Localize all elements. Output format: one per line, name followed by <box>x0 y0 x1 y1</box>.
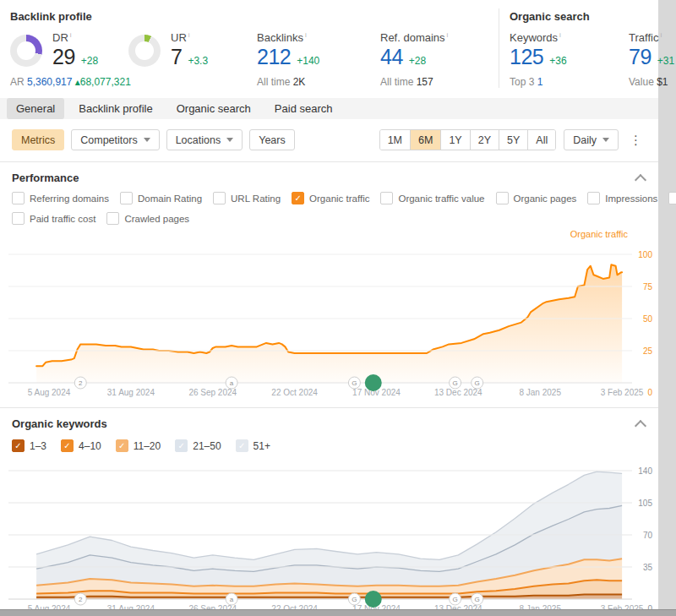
legend-4-10[interactable]: ✓4–10 <box>61 439 101 452</box>
checkbox-organic-traffic[interactable]: ✓Organic traffic <box>292 192 369 204</box>
dr-sub-part[interactable]: 5,360,917 <box>27 76 72 88</box>
timeline-marker-2[interactable]: 2 <box>74 593 86 605</box>
checkbox-organic-pages[interactable]: Organic pages <box>496 192 577 204</box>
timeline-marker-G[interactable]: G <box>348 377 360 389</box>
checkbox-referring-domains[interactable]: Referring domains <box>12 192 109 204</box>
range-1y[interactable]: 1Y <box>440 130 469 150</box>
caret-down-icon <box>226 138 233 142</box>
metric-dr: DRi29+28AR 5,360,917 ▴68,077,321 <box>10 31 128 88</box>
checkbox-label: Domain Rating <box>138 194 202 204</box>
checked-checkbox-icon: ✓ <box>236 439 248 452</box>
info-icon[interactable]: i <box>305 31 307 39</box>
checkbox-domain-rating[interactable]: Domain Rating <box>120 192 202 204</box>
metric-traffic: Traffici79+31Value $1 <box>629 31 664 88</box>
svg-text:22 Oct 2024: 22 Oct 2024 <box>271 388 318 397</box>
legend-11-20[interactable]: ✓11–20 <box>116 439 161 452</box>
ref-domains-sub: All time 157 <box>380 76 499 88</box>
checkbox-paid-traffic[interactable]: Paid traffic <box>668 192 676 204</box>
ur-delta: +3.3 <box>188 55 208 67</box>
metrics-button[interactable]: Metrics <box>12 129 64 150</box>
competitors-button[interactable]: Competitors <box>71 129 159 150</box>
traffic-sub-part: Value <box>629 76 657 88</box>
range-1m[interactable]: 1M <box>380 130 410 150</box>
svg-text:2: 2 <box>79 379 83 387</box>
checkbox-crawled-pages[interactable]: Crawled pages <box>106 212 189 225</box>
legend-51+[interactable]: ✓51+ <box>236 439 270 452</box>
dr-donut-icon <box>10 35 42 67</box>
checkbox-row: Paid traffic costCrawled pages <box>12 212 646 225</box>
backlink-profile-metrics: DRi29+28AR 5,360,917 ▴68,077,321URi7+3.3… <box>10 31 499 88</box>
organic-keywords-header: Organic keywords <box>0 408 658 438</box>
svg-text:2: 2 <box>79 596 83 603</box>
info-icon[interactable]: i <box>660 31 662 39</box>
range-2y[interactable]: 2Y <box>470 130 499 150</box>
timeline-marker-G[interactable]: G <box>472 377 483 389</box>
backlinks-value: 212 <box>257 45 291 69</box>
interval-dropdown[interactable]: Daily <box>564 129 619 150</box>
timeline-marker-G[interactable]: G <box>472 593 483 605</box>
legend-label: 11–20 <box>134 440 161 452</box>
tab-backlink-profile[interactable]: Backlink profile <box>69 98 161 119</box>
google-update-dot-marker[interactable] <box>365 374 382 391</box>
legend-1-3[interactable]: ✓1–3 <box>12 439 46 452</box>
keywords-legend: ✓1–3✓4–10✓11–20✓21–50✓51+ <box>0 438 658 457</box>
timeline-marker-2[interactable]: 2 <box>74 377 86 389</box>
range-all[interactable]: All <box>527 130 555 150</box>
timeline-marker-G[interactable]: G <box>348 593 360 605</box>
organic-traffic-chart[interactable]: 02550751005 Aug 202431 Aug 202426 Sep 20… <box>0 232 658 406</box>
timeline-marker-a[interactable]: a <box>226 593 237 605</box>
legend-label: 21–50 <box>193 440 221 452</box>
keywords-delta: +36 <box>549 55 566 67</box>
svg-text:G: G <box>452 379 457 387</box>
organic-keywords-chart[interactable]: 035701051405 Aug 202431 Aug 202426 Sep 2… <box>0 457 658 616</box>
organic-keywords-title: Organic keywords <box>12 417 107 430</box>
info-icon[interactable]: i <box>447 31 449 39</box>
info-icon[interactable]: i <box>559 31 561 39</box>
years-button[interactable]: Years <box>249 129 295 150</box>
metric-keywords: Keywordsi125+36Top 3 1 <box>510 31 629 88</box>
tab-organic-search[interactable]: Organic search <box>167 98 260 119</box>
metric-ur: URi7+3.3 <box>128 31 257 88</box>
checkbox-impressions[interactable]: Impressions <box>587 192 657 204</box>
tab-paid-search[interactable]: Paid search <box>265 98 342 119</box>
google-update-dot-marker[interactable] <box>365 591 382 608</box>
svg-text:50: 50 <box>643 314 653 324</box>
traffic-value: 79 <box>629 45 651 69</box>
range-6m[interactable]: 6M <box>410 130 440 150</box>
checkbox-url-rating[interactable]: URL Rating <box>213 192 281 204</box>
info-icon[interactable]: i <box>70 31 72 39</box>
keywords-sub: Top 3 1 <box>510 76 629 88</box>
timeline-marker-G[interactable]: G <box>450 593 461 605</box>
keywords-sub-part[interactable]: 1 <box>537 76 543 88</box>
ref-domains-label: Ref. domainsi <box>380 31 448 44</box>
checkbox-label: URL Rating <box>231 194 281 204</box>
collapse-chevron-icon[interactable] <box>635 174 646 186</box>
traffic-sub-part: $1 <box>657 76 668 88</box>
locations-button[interactable]: Locations <box>166 129 243 150</box>
svg-text:35: 35 <box>643 563 653 572</box>
checkbox-label: Referring domains <box>30 194 109 204</box>
info-icon[interactable]: i <box>188 31 190 39</box>
svg-text:140: 140 <box>638 466 652 476</box>
collapse-chevron-icon[interactable] <box>635 420 646 432</box>
checkbox-label: Organic traffic value <box>398 194 484 204</box>
traffic-label: Traffici <box>629 31 674 44</box>
unchecked-checkbox-icon <box>213 192 226 204</box>
unchecked-checkbox-icon <box>12 192 25 204</box>
timeline-marker-a[interactable]: a <box>226 377 237 389</box>
checked-checkbox-icon: ✓ <box>61 439 74 452</box>
organic-search-metrics: Keywordsi125+36Top 3 1Traffici79+31Value… <box>510 31 664 88</box>
organic-traffic-chart-wrap: Organic traffic 02550751005 Aug 202431 A… <box>0 232 658 406</box>
tab-general[interactable]: General <box>7 98 64 119</box>
ref-domains-sub-part: All time <box>380 76 417 88</box>
checked-checkbox-icon: ✓ <box>292 192 304 204</box>
range-5y[interactable]: 5Y <box>499 130 527 150</box>
backlinks-sub-part: All time <box>257 76 293 88</box>
unchecked-checkbox-icon <box>496 192 509 204</box>
checkbox-organic-traffic-value[interactable]: Organic traffic value <box>380 192 484 204</box>
checkbox-paid-traffic-cost[interactable]: Paid traffic cost <box>12 212 95 225</box>
more-options-icon[interactable]: ⋮ <box>626 133 646 148</box>
legend-21-50[interactable]: ✓21–50 <box>175 439 221 452</box>
timeline-marker-G[interactable]: G <box>450 377 461 389</box>
legend-label: 4–10 <box>79 440 101 452</box>
